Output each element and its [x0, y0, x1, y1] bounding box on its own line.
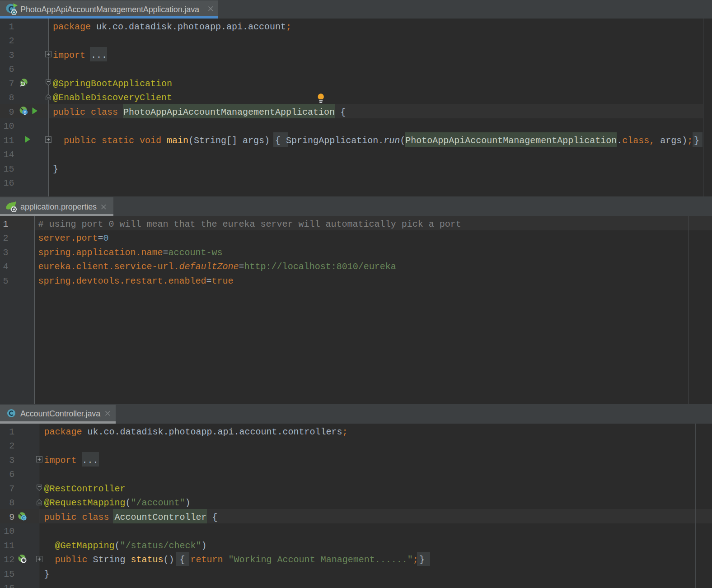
svg-text:e: e — [24, 110, 26, 114]
